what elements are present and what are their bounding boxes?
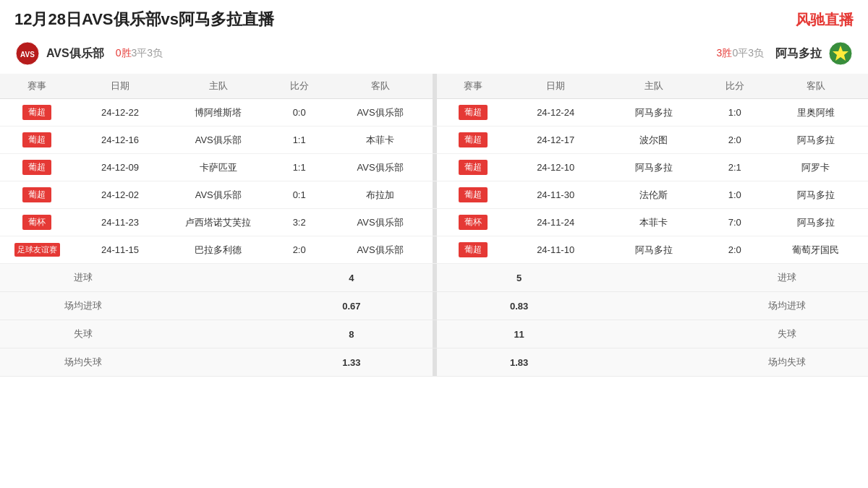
away-right: 葡萄牙国民: [764, 236, 869, 264]
header: 12月28日AVS俱乐部vs阿马多拉直播 风驰直播: [0, 0, 868, 36]
right-team-block: 3胜0平3负 阿马多拉: [434, 40, 854, 67]
home-left: 卡萨匹亚: [166, 154, 271, 181]
home-left: AVS俱乐部: [166, 181, 271, 209]
score-right: 7:0: [706, 209, 763, 236]
score-right: 2:1: [706, 154, 763, 181]
match-badge-left: 葡超: [0, 127, 75, 154]
score-left: 1:1: [271, 154, 328, 181]
col-header-score-right: 比分: [706, 74, 763, 99]
match-badge-right: 葡超: [437, 127, 510, 154]
away-right: 阿马多拉: [764, 209, 869, 236]
col-header-away-left: 客队: [328, 74, 432, 99]
score-left: 1:1: [271, 127, 328, 154]
left-team-record: 0胜3平3负: [116, 47, 163, 60]
stat-label-right: 场均失球: [706, 348, 868, 377]
table-row: 葡超 24-12-16 AVS俱乐部 1:1 本菲卡 葡超 24-12-17 波…: [0, 127, 868, 154]
stat-empty-left: [166, 292, 271, 320]
right-team-record: 3胜0平3负: [717, 47, 764, 60]
date-left: 24-12-22: [75, 99, 166, 127]
away-right: 阿马多拉: [764, 127, 869, 154]
stat-label-right: 场均进球: [706, 292, 868, 320]
col-header-score-left: 比分: [271, 74, 328, 99]
stat-value-left: 8: [271, 320, 433, 348]
score-right: 1:0: [706, 99, 763, 127]
col-header-home-left: 主队: [166, 74, 271, 99]
stat-empty-left: [166, 348, 271, 377]
col-header-match-left: 赛事: [0, 74, 75, 99]
score-left: 2:0: [271, 236, 328, 264]
away-right: 阿罗卡: [764, 154, 869, 181]
date-right: 24-11-24: [510, 209, 602, 236]
svg-text:AVS: AVS: [20, 51, 35, 59]
main-table: 赛事 日期 主队 比分 客队 赛事 日期 主队 比分 客队 葡超 24-12-2…: [0, 74, 868, 377]
stat-empty-left: [166, 320, 271, 348]
date-left: 24-11-23: [75, 209, 166, 236]
date-left: 24-12-09: [75, 154, 166, 181]
stat-value-left: 4: [271, 264, 433, 292]
match-badge-left: 葡杯: [0, 209, 75, 236]
stat-label-left: 进球: [0, 264, 166, 292]
table-row: 葡超 24-12-02 AVS俱乐部 0:1 布拉加 葡超 24-11-30 法…: [0, 181, 868, 209]
table-row: 葡超 24-12-09 卡萨匹亚 1:1 AVS俱乐部 葡超 24-12-10 …: [0, 154, 868, 181]
away-left: 布拉加: [328, 181, 432, 209]
away-right: 里奥阿维: [764, 99, 869, 127]
left-team-name: AVS俱乐部: [46, 46, 104, 61]
col-header-date-left: 日期: [75, 74, 166, 99]
match-badge-right: 葡超: [437, 99, 510, 127]
stat-value-right: 1.83: [437, 348, 602, 377]
date-left: 24-11-15: [75, 236, 166, 264]
brand-name: 风驰直播: [796, 10, 854, 30]
date-right: 24-12-24: [510, 99, 602, 127]
stat-value-right: 11: [437, 320, 602, 348]
page-title: 12月28日AVS俱乐部vs阿马多拉直播: [14, 9, 274, 30]
home-right: 本菲卡: [602, 209, 706, 236]
date-right: 24-11-10: [510, 236, 602, 264]
home-left: 巴拉多利德: [166, 236, 271, 264]
away-left: AVS俱乐部: [328, 154, 432, 181]
home-right: 阿马多拉: [602, 154, 706, 181]
team-info-row: AVS AVS俱乐部 0胜3平3负 3胜0平3负 阿马多拉: [0, 36, 868, 71]
stat-label-right: 失球: [706, 320, 868, 348]
stat-empty-left: [166, 264, 271, 292]
match-badge-right: 葡杯: [437, 209, 510, 236]
stat-label-left: 场均失球: [0, 348, 166, 377]
stat-value-right: 0.83: [437, 292, 602, 320]
stat-value-left: 0.67: [271, 292, 433, 320]
away-left: AVS俱乐部: [328, 99, 432, 127]
away-left: AVS俱乐部: [328, 209, 432, 236]
date-left: 24-12-16: [75, 127, 166, 154]
stat-label-right: 进球: [706, 264, 868, 292]
table-row: 葡超 24-12-22 博阿维斯塔 0:0 AVS俱乐部 葡超 24-12-24…: [0, 99, 868, 127]
home-left: AVS俱乐部: [166, 127, 271, 154]
home-left: 卢西塔诺艾芙拉: [166, 209, 271, 236]
away-left: AVS俱乐部: [328, 236, 432, 264]
score-left: 0:0: [271, 99, 328, 127]
stats-row: 失球 8 11 失球: [0, 320, 868, 348]
match-badge-left: 葡超: [0, 181, 75, 209]
col-header-away-right: 客队: [764, 74, 869, 99]
stat-empty-right: [602, 320, 706, 348]
right-team-logo: [827, 40, 854, 67]
score-right: 2:0: [706, 127, 763, 154]
stats-row: 场均进球 0.67 0.83 场均进球: [0, 292, 868, 320]
right-team-name: 阿马多拉: [775, 46, 822, 61]
score-right: 2:0: [706, 236, 763, 264]
stats-row: 场均失球 1.33 1.83 场均失球: [0, 348, 868, 377]
col-header-home-right: 主队: [602, 74, 706, 99]
stat-value-left: 1.33: [271, 348, 433, 377]
stat-label-left: 场均进球: [0, 292, 166, 320]
score-right: 1:0: [706, 181, 763, 209]
home-right: 波尔图: [602, 127, 706, 154]
left-team-block: AVS AVS俱乐部 0胜3平3负: [14, 40, 434, 67]
stat-empty-right: [602, 264, 706, 292]
score-left: 3:2: [271, 209, 328, 236]
stat-label-left: 失球: [0, 320, 166, 348]
stat-value-right: 5: [437, 264, 602, 292]
date-right: 24-11-30: [510, 181, 602, 209]
score-left: 0:1: [271, 181, 328, 209]
home-right: 法伦斯: [602, 181, 706, 209]
stats-row: 进球 4 5 进球: [0, 264, 868, 292]
stat-empty-right: [602, 292, 706, 320]
table-row: 足球友谊赛 24-11-15 巴拉多利德 2:0 AVS俱乐部 葡超 24-11…: [0, 236, 868, 264]
table-row: 葡杯 24-11-23 卢西塔诺艾芙拉 3:2 AVS俱乐部 葡杯 24-11-…: [0, 209, 868, 236]
